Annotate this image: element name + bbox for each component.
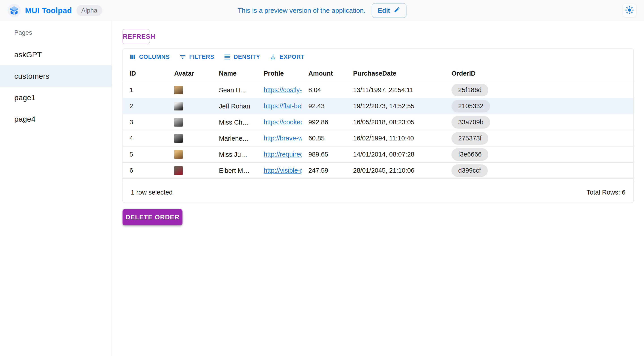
cell-purchase-date: 16/05/2018, 08:23:05: [346, 118, 445, 126]
order-id-chip[interactable]: 2105332: [452, 100, 490, 112]
sun-icon: [625, 6, 634, 15]
cell-order-id: f3e6666: [445, 148, 634, 161]
cell-avatar: [168, 102, 212, 110]
order-id-chip[interactable]: d399ccf: [452, 164, 488, 177]
order-id-chip[interactable]: 25f186d: [452, 84, 488, 96]
order-id-chip[interactable]: f3e6666: [452, 148, 488, 161]
grid-header-row: IDAvatarNameProfileAmountPurchaseDateOrd…: [123, 65, 634, 82]
cell-avatar: [168, 166, 212, 175]
grid-rows: 1Sean Harrishttps://costly-p8.0413/11/19…: [123, 82, 634, 178]
table-row[interactable]: 6Elbert McL…http://visible-p247.5928/01/…: [123, 162, 634, 178]
cell-purchase-date: 14/01/2014, 08:07:28: [346, 151, 445, 158]
data-grid: COLUMNSFILTERSDENSITYEXPORT IDAvatarName…: [122, 48, 634, 203]
toolbar-button-label: FILTERS: [189, 54, 214, 60]
profile-link[interactable]: https://costly-p: [264, 86, 302, 94]
grid-footer: 1 row selected Total Rows: 6: [123, 182, 634, 202]
profile-link[interactable]: https://cooked: [264, 118, 302, 126]
table-row[interactable]: 2Jeff Rohanhttps://flat-bel92.4319/12/20…: [123, 98, 634, 114]
cell-avatar: [168, 134, 212, 143]
export-button[interactable]: EXPORT: [266, 51, 308, 62]
cell-id: 6: [123, 167, 168, 174]
cell-amount: 989.65: [302, 151, 346, 158]
preview-message: This is a preview version of the applica…: [238, 7, 366, 14]
avatar: [174, 86, 183, 94]
column-header-avatar[interactable]: Avatar: [168, 70, 212, 77]
density-icon: [224, 53, 231, 60]
order-id-chip[interactable]: 33a709b: [452, 116, 490, 128]
cell-order-id: 275373f: [445, 132, 634, 145]
cell-name: Elbert McL…: [212, 162, 257, 179]
profile-link[interactable]: http://brave-wo: [264, 134, 302, 142]
cell-avatar: [168, 86, 212, 94]
sidebar-item-page4[interactable]: page4: [0, 108, 112, 130]
avatar: [174, 166, 183, 175]
column-header-name[interactable]: Name: [212, 65, 257, 82]
cell-id: 3: [123, 118, 168, 126]
column-header-id[interactable]: ID: [123, 70, 168, 77]
column-header-purchasedate[interactable]: PurchaseDate: [346, 70, 445, 77]
cell-amount: 247.59: [302, 167, 346, 174]
cell-profile: http://brave-wo: [257, 134, 302, 142]
cell-amount: 92.43: [302, 102, 346, 110]
pencil-icon: [394, 6, 400, 14]
cell-purchase-date: 28/01/2045, 21:10:06: [346, 167, 445, 174]
toolbar-button-label: DENSITY: [234, 54, 260, 60]
cell-name: Miss Juan …: [212, 146, 257, 162]
density-button[interactable]: DENSITY: [220, 51, 264, 62]
cell-profile: https://costly-p: [257, 86, 302, 94]
sidebar-item-customers[interactable]: customers: [0, 65, 112, 87]
toolpad-logo-icon: [8, 4, 20, 17]
table-row[interactable]: 1Sean Harrishttps://costly-p8.0413/11/19…: [123, 82, 634, 98]
filters-button[interactable]: FILTERS: [176, 51, 218, 62]
edit-button[interactable]: Edit: [372, 3, 406, 18]
toolbar-button-label: EXPORT: [280, 54, 304, 60]
sidebar-item-askgpt[interactable]: askGPT: [0, 44, 112, 65]
main-content: REFRESH COLUMNSFILTERSDENSITYEXPORT IDAv…: [112, 21, 644, 356]
avatar: [174, 134, 183, 143]
cell-name: Marlene M…: [212, 130, 257, 146]
cell-profile: https://flat-bel: [257, 102, 302, 110]
table-row[interactable]: 3Miss Chris…https://cooked992.8616/05/20…: [123, 114, 634, 130]
selection-status: 1 row selected: [131, 189, 173, 196]
total-rows: Total Rows: 6: [586, 189, 626, 196]
edit-button-label: Edit: [378, 7, 390, 14]
toolbar-button-label: COLUMNS: [139, 54, 170, 60]
table-row[interactable]: 5Miss Juan …http://required989.6514/01/2…: [123, 146, 634, 162]
cell-purchase-date: 13/11/1997, 22:54:11: [346, 86, 445, 94]
column-header-profile[interactable]: Profile: [257, 70, 302, 77]
cell-order-id: d399ccf: [445, 164, 634, 177]
profile-link[interactable]: http://visible-p: [264, 167, 302, 174]
order-id-chip[interactable]: 275373f: [452, 132, 488, 145]
column-header-orderid[interactable]: OrderID: [445, 70, 634, 77]
cell-purchase-date: 16/02/1994, 11:10:40: [346, 134, 445, 142]
avatar: [174, 118, 183, 126]
horizontal-scrollbar[interactable]: [123, 178, 634, 182]
column-header-amount[interactable]: Amount: [302, 70, 346, 77]
profile-link[interactable]: https://flat-bel: [264, 102, 302, 110]
app-title: MUI Toolpad: [25, 6, 72, 15]
export-icon: [270, 53, 276, 60]
cell-order-id: 2105332: [445, 100, 634, 112]
sidebar-nav: askGPTcustomerspage1page4: [0, 44, 112, 130]
cell-id: 5: [123, 151, 168, 158]
delete-order-button[interactable]: DELETE ORDER: [122, 209, 182, 225]
cell-amount: 992.86: [302, 118, 346, 126]
table-row[interactable]: 4Marlene M…http://brave-wo60.8516/02/199…: [123, 130, 634, 146]
cell-profile: https://cooked: [257, 118, 302, 126]
columns-icon: [129, 53, 136, 60]
theme-toggle-button[interactable]: [622, 4, 636, 18]
cell-order-id: 33a709b: [445, 116, 634, 128]
refresh-button[interactable]: REFRESH: [122, 29, 150, 44]
cell-avatar: [168, 118, 212, 126]
columns-button[interactable]: COLUMNS: [126, 51, 173, 62]
cell-amount: 8.04: [302, 86, 346, 94]
cell-order-id: 25f186d: [445, 84, 634, 96]
grid-toolbar: COLUMNSFILTERSDENSITYEXPORT: [123, 49, 634, 65]
alpha-badge: Alpha: [76, 5, 102, 16]
cell-avatar: [168, 150, 212, 159]
pages-section-label: Pages: [0, 29, 112, 36]
cell-purchase-date: 19/12/2073, 14:52:55: [346, 102, 445, 110]
sidebar-item-page1[interactable]: page1: [0, 87, 112, 108]
profile-link[interactable]: http://required: [264, 151, 302, 158]
sidebar: Pages askGPTcustomerspage1page4: [0, 21, 112, 356]
